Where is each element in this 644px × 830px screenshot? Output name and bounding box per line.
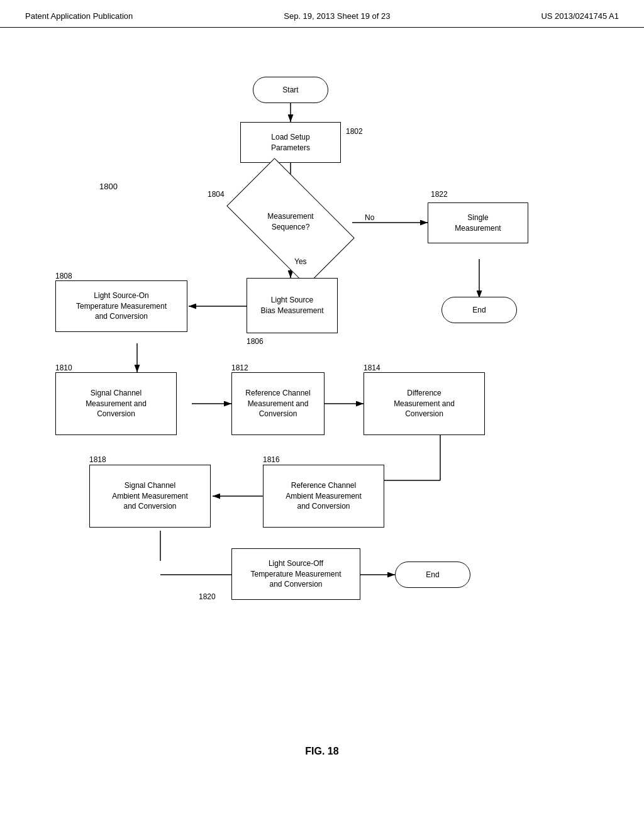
measurement-sequence-diamond: Measurement Sequence? xyxy=(234,188,347,256)
light-source-on-temp-node: Light Source-On Temperature Measurement … xyxy=(55,280,187,332)
label-1812: 1812 xyxy=(231,363,248,372)
diagram-area: Start Load Setup Parameters 1802 1800 Me… xyxy=(0,28,644,770)
label-1816: 1816 xyxy=(263,455,280,464)
yes-label: Yes xyxy=(294,257,307,266)
ref-channel-ambient-node: Reference Channel Ambient Measurement an… xyxy=(263,465,384,528)
header-left: Patent Application Publication xyxy=(25,11,133,21)
label-1810: 1810 xyxy=(55,363,72,372)
difference-node: Difference Measurement and Conversion xyxy=(364,372,485,435)
single-measurement-node: Single Measurement xyxy=(428,202,528,243)
label-1806: 1806 xyxy=(247,337,264,346)
label-1822: 1822 xyxy=(431,190,448,199)
end2-node: End xyxy=(395,562,470,588)
light-source-bias-node: Light Source Bias Measurement xyxy=(247,278,338,333)
header-right: US 2013/0241745 A1 xyxy=(541,11,619,21)
no-label: No xyxy=(365,213,374,222)
label-1808: 1808 xyxy=(55,272,72,280)
light-source-off-temp-node: Light Source-Off Temperature Measurement… xyxy=(231,548,360,600)
header-center: Sep. 19, 2013 Sheet 19 of 23 xyxy=(284,11,390,21)
label-1802: 1802 xyxy=(346,127,363,136)
label-1800: 1800 xyxy=(99,182,118,191)
start-node: Start xyxy=(253,77,328,103)
reference-channel-node: Reference Channel Measurement and Conver… xyxy=(231,372,325,435)
load-setup-node: Load Setup Parameters xyxy=(240,122,341,163)
label-1820: 1820 xyxy=(199,592,216,601)
end1-node: End xyxy=(441,297,517,323)
label-1814: 1814 xyxy=(364,363,380,372)
signal-channel-node: Signal Channel Measurement and Conversio… xyxy=(55,372,177,435)
figure-caption: FIG. 18 xyxy=(0,746,644,757)
label-1804: 1804 xyxy=(208,190,225,199)
page-header: Patent Application Publication Sep. 19, … xyxy=(0,0,644,28)
signal-channel-ambient-node: Signal Channel Ambient Measurement and C… xyxy=(89,465,211,528)
label-1818: 1818 xyxy=(89,455,106,464)
